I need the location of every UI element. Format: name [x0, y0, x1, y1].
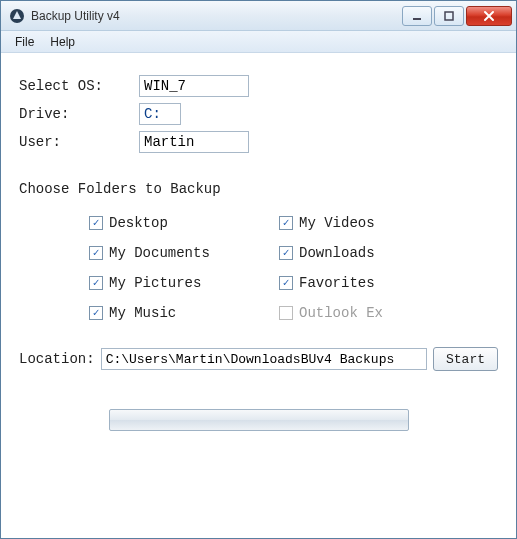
chk-downloads[interactable]: ✓ Downloads [279, 245, 449, 261]
folders-title: Choose Folders to Backup [19, 181, 498, 197]
checkbox-icon: ✓ [279, 246, 293, 260]
checkbox-icon: ✓ [89, 246, 103, 260]
checkbox-icon: ✓ [89, 306, 103, 320]
start-button[interactable]: Start [433, 347, 498, 371]
user-input[interactable] [139, 131, 249, 153]
chk-label: Favorites [299, 275, 375, 291]
chk-my-pictures[interactable]: ✓ My Pictures [89, 275, 259, 291]
chk-outlook-ex: ✓ Outlook Ex [279, 305, 449, 321]
client-area: Select OS: Drive: User: Choose Folders t… [1, 53, 516, 538]
window-controls [400, 6, 512, 26]
location-label: Location: [19, 351, 95, 367]
chk-label: My Documents [109, 245, 210, 261]
chk-label: Outlook Ex [299, 305, 383, 321]
menubar: File Help [1, 31, 516, 53]
chk-label: My Music [109, 305, 176, 321]
os-label: Select OS: [19, 78, 139, 94]
svg-rect-1 [413, 18, 421, 20]
window-title: Backup Utility v4 [31, 9, 400, 23]
checkbox-icon: ✓ [279, 276, 293, 290]
menu-file[interactable]: File [7, 33, 42, 51]
folders-grid: ✓ Desktop ✓ My Videos ✓ My Documents ✓ D… [89, 215, 498, 321]
location-input[interactable] [101, 348, 427, 370]
checkbox-icon: ✓ [89, 276, 103, 290]
chk-my-music[interactable]: ✓ My Music [89, 305, 259, 321]
chk-label: My Pictures [109, 275, 201, 291]
checkbox-icon: ✓ [279, 306, 293, 320]
checkbox-icon: ✓ [89, 216, 103, 230]
minimize-button[interactable] [402, 6, 432, 26]
drive-label: Drive: [19, 106, 139, 122]
chk-label: My Videos [299, 215, 375, 231]
chk-my-videos[interactable]: ✓ My Videos [279, 215, 449, 231]
os-input[interactable] [139, 75, 249, 97]
drive-input[interactable] [139, 103, 181, 125]
maximize-button[interactable] [434, 6, 464, 26]
user-label: User: [19, 134, 139, 150]
titlebar[interactable]: Backup Utility v4 [1, 1, 516, 31]
app-window: Backup Utility v4 File Help Select OS: D… [0, 0, 517, 539]
chk-desktop[interactable]: ✓ Desktop [89, 215, 259, 231]
app-icon [9, 8, 25, 24]
chk-label: Downloads [299, 245, 375, 261]
checkbox-icon: ✓ [279, 216, 293, 230]
svg-rect-2 [445, 12, 453, 20]
menu-help[interactable]: Help [42, 33, 83, 51]
chk-favorites[interactable]: ✓ Favorites [279, 275, 449, 291]
close-button[interactable] [466, 6, 512, 26]
progress-bar [109, 409, 409, 431]
chk-label: Desktop [109, 215, 168, 231]
chk-my-documents[interactable]: ✓ My Documents [89, 245, 259, 261]
